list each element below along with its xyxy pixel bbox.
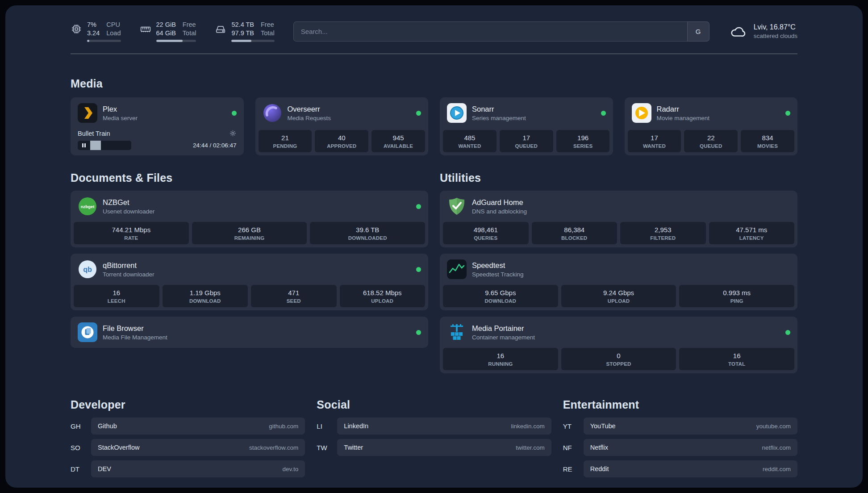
service-link-overseerr[interactable]: Overseerr Media Requests [255,97,429,129]
stat-value: 744.21 Mbps [75,226,188,234]
bookmark-url: dev.to [283,466,299,472]
bookmark-abbr: DT [71,465,91,473]
section-title-documents: Documents & Files [71,171,428,184]
stat-label: QUERIES [444,235,527,241]
media-card-grid: Plex Media server Bullet Train [71,97,797,155]
service-link-speedtest[interactable]: Speedtest Speedtest Tracking [440,254,797,285]
bookmark-abbr: YT [563,422,584,430]
service-card-speedtest: Speedtest Speedtest Tracking 9.65 GbpsDO… [440,254,797,310]
status-dot [416,267,421,272]
bookmark-reddit: RE Reddit reddit.com [563,460,797,477]
bookmark-name: Twitter [344,444,363,451]
bookmark-link-github[interactable]: Github github.com [91,418,305,435]
stat-value: 22 [685,134,736,142]
stat-label: LATENCY [710,235,793,241]
service-stats: 16RUNNING 0STOPPED 16TOTAL [440,348,797,373]
service-link-sonarr[interactable]: Sonarr Series management [440,97,613,129]
stat-label: UPLOAD [341,298,424,304]
service-link-qbittorrent[interactable]: qb qBittorrent Torrent downloader [71,254,428,285]
resource-widgets: 7% CPU 3.24 Load [71,21,275,42]
service-link-nzbget[interactable]: nzbget NZBGet Usenet downloader [71,191,428,222]
service-card-portainer: Media Portainer Container management 16R… [440,317,797,373]
stat-value: 17 [629,134,680,142]
bookmark-link-reddit[interactable]: Reddit reddit.com [584,460,797,477]
bookmark-github: GH Github github.com [71,418,305,435]
service-card-plex: Plex Media server Bullet Train [71,97,244,155]
bookmark-dev: DT DEV dev.to [71,460,305,477]
service-description: Media Requests [288,115,331,121]
stat-label: MOVIES [742,143,793,149]
stat-block: 40APPROVED [315,130,368,152]
stat-label: QUEUED [501,143,552,149]
stat-block: 0STOPPED [561,348,676,370]
service-name: Speedtest [472,261,524,270]
bookmark-abbr: NF [563,444,584,451]
bookmark-abbr: SO [71,444,91,451]
stat-value: 1.19 Gbps [164,289,247,297]
status-dot [416,204,421,209]
stat-label: DOWNLOAD [444,298,557,304]
stat-value: 618.52 Mbps [341,289,424,297]
stat-block: 744.21 MbpsRATE [74,222,189,244]
stat-label: PING [680,298,793,304]
status-dot [601,111,606,116]
bookmark-url: reddit.com [763,466,791,472]
bookmark-link-stackoverflow[interactable]: StackOverflow stackoverflow.com [91,439,305,456]
stat-value: 86,384 [533,226,616,234]
bookmark-link-youtube[interactable]: YouTube youtube.com [584,418,797,435]
pause-icon [78,141,90,150]
service-link-radarr[interactable]: Radarr Movie management [625,97,798,129]
overseerr-icon [263,103,282,123]
stat-block: 17QUEUED [500,130,553,152]
section-title-media: Media [71,77,797,90]
service-name: Media Portainer [472,324,535,333]
service-stats: 16LEECH 1.19 GbpsDOWNLOAD 471SEED 618.52… [71,285,428,310]
playback-time: 24:44 / 02:06:47 [193,142,237,149]
stat-value: 9.65 Gbps [444,289,557,297]
search-input[interactable] [293,21,687,42]
stat-value: 471 [252,289,335,297]
service-link-portainer[interactable]: Media Portainer Container management [440,317,797,348]
nzbget-icon: nzbget [78,196,97,216]
svg-text:nzbget: nzbget [81,204,95,209]
bookmark-link-linkedin[interactable]: LinkedIn linkedin.com [337,418,551,435]
disk-progress-bar [231,40,274,42]
gear-icon[interactable] [229,130,237,137]
section-title-social: Social [317,398,551,411]
stat-block: 16TOTAL [679,348,794,370]
stat-block: 47.571 msLATENCY [709,222,795,244]
bookmark-url: youtube.com [756,423,791,430]
bookmark-link-dev[interactable]: DEV dev.to [91,460,305,477]
bookmark-name: Github [98,422,117,430]
bookmark-link-twitter[interactable]: Twitter twitter.com [337,439,551,456]
memory-icon [140,23,151,35]
stat-value: 196 [558,134,609,142]
stat-label: QUEUED [685,143,736,149]
service-link-adguard[interactable]: AdGuard Home DNS and adblocking [440,191,797,222]
bookmark-link-netflix[interactable]: Netflix netflix.com [584,439,797,456]
speedtest-graph-icon [447,259,467,279]
playback-progress-bar[interactable] [78,141,131,150]
bookmark-group-social: Social LI LinkedIn linkedin.com TW Twitt… [317,398,551,482]
cpu-widget: 7% CPU 3.24 Load [71,21,121,42]
topbar-divider [71,54,797,54]
bookmark-netflix: NF Netflix netflix.com [563,439,797,456]
stat-value: 17 [501,134,552,142]
bookmark-name: LinkedIn [344,422,368,430]
service-description: Series management [472,115,526,121]
service-card-qbittorrent: qb qBittorrent Torrent downloader 16LEEC… [71,254,428,310]
now-playing-title: Bullet Train [78,130,110,137]
filebrowser-icon [78,322,97,342]
service-name: Plex [103,105,138,113]
bookmark-url: twitter.com [516,444,545,451]
search-provider-button[interactable]: G [687,21,709,42]
stat-value: 485 [444,134,495,142]
weather-condition: scattered clouds [754,33,797,39]
stat-value: 498,461 [444,226,527,234]
service-link-plex[interactable]: Plex Media server [71,97,244,129]
section-title-utilities: Utilities [440,171,797,184]
stat-value: 9.24 Gbps [563,289,675,297]
service-link-filebrowser[interactable]: File Browser Media File Management [71,317,428,348]
service-description: DNS and adblocking [472,208,527,215]
stat-label: WANTED [629,143,680,149]
